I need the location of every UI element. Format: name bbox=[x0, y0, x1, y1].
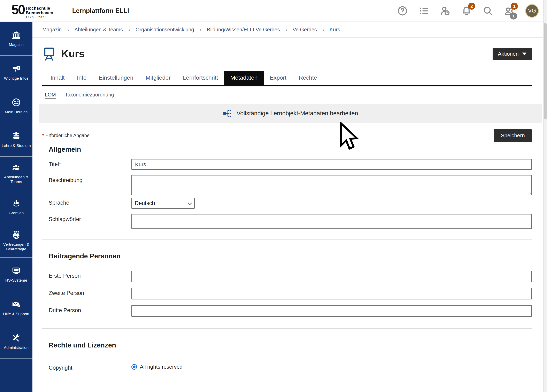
sidebar-item-gremien[interactable]: Gremien bbox=[0, 190, 33, 224]
mail-question-icon: ? bbox=[12, 300, 21, 309]
university-logo[interactable]: 50 Hochschule Bremerhaven 1975 - 2025 bbox=[12, 3, 53, 19]
zweite-person-input[interactable] bbox=[131, 288, 532, 299]
tab-export[interactable]: Export bbox=[264, 71, 293, 85]
metadata-tree-icon bbox=[223, 109, 232, 118]
tab-inhalt[interactable]: Inhalt bbox=[44, 71, 71, 85]
beschreibung-textarea[interactable] bbox=[131, 175, 532, 195]
sidebar-item-hs-systeme[interactable]: HS-Systeme bbox=[0, 257, 33, 291]
section-heading-beitragende: Beitragende Personen bbox=[42, 252, 532, 260]
copyright-radio[interactable] bbox=[131, 364, 137, 370]
sidebar-label: Wichtige Infos bbox=[3, 76, 30, 81]
sidebar-label: Mein Bereich bbox=[4, 110, 29, 114]
copyright-label: Copyright bbox=[42, 363, 131, 371]
breadcrumb: Magazin › Abteilungen & Teams › Organisa… bbox=[33, 22, 543, 38]
scrollbar-thumb[interactable] bbox=[544, 23, 547, 119]
tab-rechte[interactable]: Rechte bbox=[293, 71, 323, 85]
sidebar-item-magazin[interactable]: Magazin bbox=[0, 22, 33, 56]
save-button[interactable]: Speichern bbox=[494, 129, 532, 142]
breadcrumb-item-kurs[interactable]: Kurs bbox=[329, 27, 340, 33]
breadcrumb-item-magazin[interactable]: Magazin bbox=[42, 27, 62, 33]
copyright-option-label: All rights reserved bbox=[140, 364, 183, 370]
required-asterisk: * bbox=[42, 133, 44, 139]
titel-label: Titel* bbox=[42, 159, 131, 170]
page-title: Kurs bbox=[61, 48, 85, 60]
logo-line1: Hochschule bbox=[26, 6, 53, 10]
sidebar-item-administration[interactable]: Administration bbox=[0, 325, 33, 358]
section-heading-allgemein: Allgemein bbox=[42, 146, 532, 153]
notifications-badge: 2 bbox=[468, 3, 475, 10]
sidebar-label: Vertretungen & Beauftragte bbox=[0, 242, 33, 251]
chevron-right-icon: › bbox=[128, 27, 130, 33]
breadcrumb-item-bildung-wissen[interactable]: Bildung/Wissen/ELLI Ve Gerdes bbox=[207, 27, 280, 33]
sidebar-item-hilfe-support[interactable]: ? Hilfe & Support bbox=[0, 291, 33, 325]
avatar[interactable]: VG bbox=[525, 4, 539, 18]
resize-grip-icon[interactable] bbox=[528, 191, 531, 194]
breadcrumb-item-abteilungen[interactable]: Abteilungen & Teams bbox=[75, 27, 123, 33]
chevron-right-icon: › bbox=[322, 27, 324, 33]
notifications-button[interactable]: 2 bbox=[461, 6, 472, 16]
edit-full-metadata-banner[interactable]: Vollständige Lernobjekt-Metadaten bearbe… bbox=[39, 104, 542, 123]
tab-mitglieder[interactable]: Mitglieder bbox=[139, 71, 177, 85]
sidebar-item-lehre-studium[interactable]: Lehre & Studium bbox=[0, 123, 33, 157]
tab-metadaten[interactable]: Metadaten bbox=[224, 71, 264, 85]
sprache-select[interactable]: Deutsch bbox=[131, 198, 195, 209]
tools-icon bbox=[12, 333, 21, 343]
tab-info[interactable]: Info bbox=[71, 71, 93, 85]
top-header: 50 Hochschule Bremerhaven 1975 - 2025 Le… bbox=[0, 0, 547, 22]
help-icon bbox=[397, 6, 408, 16]
sidebar-label: Gremien bbox=[8, 210, 25, 215]
books-icon bbox=[12, 131, 21, 141]
logo-years: 1975 - 2025 bbox=[26, 16, 53, 19]
sidebar-label: Hilfe & Support bbox=[2, 311, 31, 316]
dritte-person-label: Dritte Person bbox=[42, 305, 131, 317]
app-title: Lernplattform ELLI bbox=[72, 7, 129, 14]
main-content: Magazin › Abteilungen & Teams › Organisa… bbox=[33, 22, 543, 392]
section-heading-rechte: Rechte und Lizenzen bbox=[42, 341, 532, 349]
logo-50-mark: 50 bbox=[12, 3, 24, 16]
help-button[interactable] bbox=[397, 6, 408, 16]
zweite-person-label: Zweite Person bbox=[42, 288, 131, 299]
contacts-badge-bottom: 1 bbox=[510, 13, 517, 20]
chevron-right-icon: › bbox=[67, 27, 69, 33]
megaphone-icon bbox=[12, 64, 21, 74]
sidebar-item-abteilungen-teams[interactable]: Abteilungen & Teams bbox=[0, 157, 33, 190]
subtab-lom[interactable]: LOM bbox=[45, 92, 56, 98]
sprache-label: Sprache bbox=[42, 198, 131, 209]
actions-button-label: Aktionen bbox=[498, 51, 519, 57]
globe-people-icon bbox=[12, 230, 21, 239]
search-button[interactable] bbox=[483, 6, 493, 16]
edit-full-metadata-label: Vollständige Lernobjekt-Metadaten bearbe… bbox=[237, 110, 358, 117]
beschreibung-label: Beschreibung bbox=[42, 175, 131, 195]
sidebar-item-wichtige-infos[interactable]: Wichtige Infos bbox=[0, 56, 33, 89]
sidebar-label: Magazin bbox=[8, 42, 25, 47]
contacts-button[interactable]: 1 1 bbox=[504, 6, 514, 16]
sidebar-item-vertretungen-beauftragte[interactable]: Vertretungen & Beauftragte bbox=[0, 224, 33, 257]
erste-person-label: Erste Person bbox=[42, 271, 131, 282]
titel-input[interactable] bbox=[131, 159, 532, 170]
actions-button[interactable]: Aktionen bbox=[492, 48, 532, 60]
user-alert-icon bbox=[440, 5, 451, 16]
bank-icon bbox=[12, 30, 21, 40]
sidebar-label: Abteilungen & Teams bbox=[0, 175, 33, 184]
dritte-person-input[interactable] bbox=[131, 305, 532, 317]
titel-required-asterisk: * bbox=[59, 161, 61, 167]
tab-bar: Inhalt Info Einstellungen Mitglieder Ler… bbox=[42, 71, 532, 86]
required-note: Erforderliche Angabe bbox=[45, 133, 89, 138]
erste-person-input[interactable] bbox=[131, 271, 532, 282]
sidebar-label: HS-Systeme bbox=[4, 278, 28, 283]
tab-einstellungen[interactable]: Einstellungen bbox=[93, 71, 139, 85]
main-menu-button[interactable] bbox=[418, 6, 429, 16]
sidebar-item-mein-bereich[interactable]: Mein Bereich bbox=[0, 89, 33, 123]
awareness-button[interactable] bbox=[440, 6, 451, 16]
group-icon bbox=[12, 163, 21, 172]
sidebar-navigation: Magazin Wichtige Infos Mein Bereich Lehr… bbox=[0, 22, 33, 392]
page-scrollbar[interactable] bbox=[543, 0, 547, 392]
section-divider bbox=[42, 328, 532, 329]
schlagwoerter-input[interactable] bbox=[131, 214, 532, 229]
subtab-bar: LOM Taxonomiezuordnung bbox=[42, 92, 532, 98]
breadcrumb-item-organisationsentwicklung[interactable]: Organisationsentwicklung bbox=[136, 27, 194, 33]
breadcrumb-item-ve-gerdes[interactable]: Ve Gerdes bbox=[293, 27, 317, 33]
tab-lernfortschritt[interactable]: Lernfortschritt bbox=[177, 71, 224, 85]
svg-text:?: ? bbox=[18, 305, 19, 307]
subtab-taxonomiezuordnung[interactable]: Taxonomiezuordnung bbox=[65, 92, 114, 98]
